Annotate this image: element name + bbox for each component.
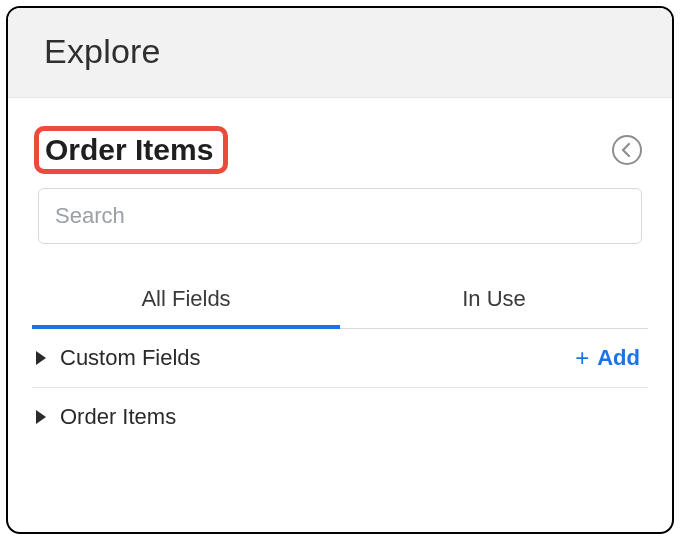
header-title: Explore [44, 32, 636, 71]
caret-right-icon [36, 410, 46, 424]
section-custom-fields[interactable]: Custom Fields + Add [32, 329, 648, 388]
title-highlight-box: Order Items [34, 126, 228, 174]
tabs: All Fields In Use [32, 272, 648, 329]
search-input[interactable] [38, 188, 642, 244]
collapse-button[interactable] [612, 135, 642, 165]
tab-all-fields[interactable]: All Fields [32, 272, 340, 328]
panel-title: Order Items [45, 133, 213, 166]
tab-label: In Use [462, 286, 526, 311]
tab-label: All Fields [141, 286, 230, 311]
add-label: Add [597, 345, 640, 371]
add-custom-field-button[interactable]: + Add [575, 345, 640, 371]
explore-panel: Explore Order Items All Fields In Use [6, 6, 674, 534]
tab-in-use[interactable]: In Use [340, 272, 648, 328]
panel-content: Order Items All Fields In Use Custom Fie… [8, 98, 672, 532]
section-label: Order Items [60, 404, 176, 430]
section-left: Order Items [32, 404, 176, 430]
section-left: Custom Fields [32, 345, 201, 371]
chevron-left-icon [621, 143, 633, 157]
title-row: Order Items [32, 126, 648, 174]
plus-icon: + [575, 346, 589, 370]
section-order-items[interactable]: Order Items [32, 388, 648, 446]
section-label: Custom Fields [60, 345, 201, 371]
caret-right-icon [36, 351, 46, 365]
panel-header: Explore [8, 8, 672, 98]
search-wrap [32, 188, 648, 244]
